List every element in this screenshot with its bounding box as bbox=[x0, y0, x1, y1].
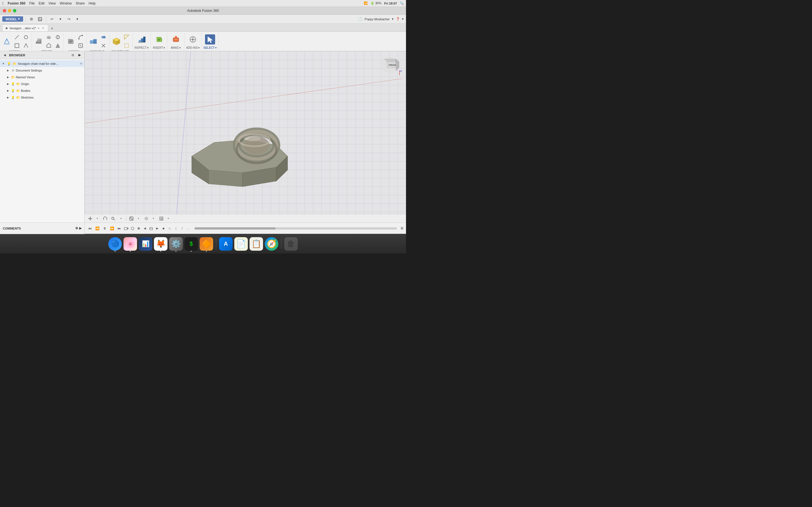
menu-edit[interactable]: Edit bbox=[39, 1, 45, 5]
assemble-tool-1[interactable] bbox=[100, 33, 107, 41]
orbit-button[interactable] bbox=[102, 215, 109, 222]
timeline-first-button[interactable]: ⏮ bbox=[87, 225, 93, 231]
tree-item-sketches[interactable]: ▶ 💡 📁 Sketches bbox=[0, 94, 84, 101]
timeline-settings-button[interactable]: ⚙ bbox=[400, 226, 404, 230]
inspect-label[interactable]: INSPECT ▾ bbox=[135, 46, 149, 49]
visual-style-button[interactable] bbox=[143, 215, 150, 222]
timeline-forward-icon[interactable]: ▶ bbox=[154, 226, 160, 231]
select-button[interactable] bbox=[205, 34, 215, 45]
dock-system-prefs[interactable]: ⚙️ bbox=[169, 237, 183, 251]
grid-dropdown[interactable]: ▾ bbox=[165, 215, 172, 222]
redo-dropdown[interactable]: ▾ bbox=[74, 16, 81, 22]
insert-button[interactable] bbox=[154, 34, 164, 45]
assemble-button[interactable] bbox=[88, 36, 98, 47]
comments-settings-icon[interactable]: ⚙ bbox=[75, 226, 78, 230]
visual-dropdown[interactable]: ▾ bbox=[150, 215, 157, 222]
grid-view-button[interactable]: ⊞ bbox=[28, 16, 35, 22]
timeline-left-step-icon[interactable]: ⟨ bbox=[173, 226, 179, 231]
sketches-arrow[interactable]: ▶ bbox=[6, 95, 10, 100]
tab-document[interactable]: ◉ hexagon ...ideo v1* ● ✕ bbox=[2, 24, 48, 31]
dock-safari[interactable]: 🧭 bbox=[265, 237, 278, 251]
tree-item-bodies[interactable]: ▶ 💡 📁 Bodies bbox=[0, 87, 84, 94]
sketch-button[interactable] bbox=[2, 36, 12, 47]
undo-button[interactable]: ↩ bbox=[49, 16, 56, 22]
dock-app-store[interactable]: A bbox=[219, 237, 233, 251]
apple-logo[interactable]:  bbox=[2, 1, 4, 6]
create-tool-3[interactable] bbox=[54, 33, 62, 41]
create-tool-2[interactable] bbox=[45, 42, 53, 50]
timeline-next-button[interactable]: ⏩ bbox=[109, 225, 115, 231]
timeline-diamond-outline-icon[interactable]: ◇ bbox=[167, 226, 172, 231]
timeline-diamond-icon[interactable]: ◆ bbox=[161, 226, 166, 231]
bodies-arrow[interactable]: ▶ bbox=[6, 89, 10, 93]
inspect-button[interactable] bbox=[137, 34, 147, 45]
viewport[interactable]: FRONT Z ▾ bbox=[85, 51, 406, 223]
help-dropdown-arrow[interactable]: ▾ bbox=[402, 17, 404, 21]
pan-button[interactable] bbox=[87, 215, 94, 222]
create-tool-4[interactable] bbox=[54, 42, 62, 50]
pan-dropdown[interactable]: ▾ bbox=[94, 215, 101, 222]
timeline-record-active-icon[interactable] bbox=[136, 226, 142, 231]
tree-item-origin[interactable]: ▶ 💡 📁 Origin bbox=[0, 80, 84, 87]
sketch-tool-3[interactable] bbox=[22, 33, 30, 41]
dock-terminal[interactable]: $ bbox=[185, 237, 198, 251]
document-visibility-icon[interactable]: 👁 bbox=[79, 62, 83, 66]
new-tab-button[interactable]: + bbox=[49, 25, 55, 31]
timeline-bar[interactable] bbox=[195, 227, 397, 230]
search-icon[interactable]: 🔍 bbox=[400, 1, 404, 5]
browser-settings-button[interactable]: ▶ bbox=[77, 53, 82, 58]
make-label[interactable]: MAKE ▾ bbox=[171, 46, 181, 49]
browser-expand-button[interactable]: ⊡ bbox=[70, 53, 75, 58]
create-tool-1[interactable] bbox=[45, 33, 53, 41]
insert-label[interactable]: INSERT ▾ bbox=[153, 46, 165, 49]
dock-finder[interactable]: 🔵 bbox=[108, 237, 122, 251]
sketch-tool-1[interactable] bbox=[13, 33, 21, 41]
modify-tool-1[interactable] bbox=[77, 33, 85, 41]
sketch-tool-2[interactable] bbox=[13, 42, 21, 50]
select-label[interactable]: SELECT ▾ bbox=[204, 46, 216, 49]
save-button[interactable] bbox=[36, 16, 44, 22]
zoom-dropdown[interactable]: ▾ bbox=[117, 215, 124, 222]
display-mode-button[interactable] bbox=[128, 215, 135, 222]
modify-button[interactable] bbox=[65, 36, 75, 47]
document-root-item[interactable]: ▼ 💡 📁 hexagon chain mail for vide... 👁 bbox=[0, 60, 84, 67]
help-icon[interactable]: ❓ bbox=[396, 17, 400, 21]
tree-item-document-settings[interactable]: ▶ ⚙ Document Settings bbox=[0, 67, 84, 74]
dock-trash[interactable]: 🗑 bbox=[284, 237, 298, 251]
tab-close-button[interactable]: ✕ bbox=[41, 26, 45, 30]
user-name[interactable]: Poppy Mosbacher bbox=[364, 17, 390, 21]
browser-collapse-button[interactable]: ◀ bbox=[2, 53, 7, 58]
menu-view[interactable]: View bbox=[49, 1, 56, 5]
doc-settings-arrow[interactable]: ▶ bbox=[6, 68, 10, 73]
dock-fusion360[interactable]: 🔶 bbox=[200, 237, 213, 251]
timeline-box-icon[interactable] bbox=[148, 226, 154, 231]
menu-share[interactable]: Share bbox=[75, 1, 85, 5]
menu-help[interactable]: Help bbox=[89, 1, 96, 5]
display-dropdown[interactable]: ▾ bbox=[135, 215, 142, 222]
assemble-tool-2[interactable] bbox=[100, 42, 107, 50]
dock-keynote[interactable]: 📊 bbox=[139, 237, 152, 251]
comments-expand-icon[interactable]: ▶ bbox=[79, 226, 82, 230]
timeline-last-button[interactable]: ⏭ bbox=[116, 225, 122, 231]
modify-tool-2[interactable] bbox=[77, 42, 85, 50]
maximize-button[interactable] bbox=[13, 9, 16, 12]
addins-button[interactable] bbox=[188, 34, 198, 45]
origin-arrow[interactable]: ▶ bbox=[6, 82, 10, 86]
timeline-camera-icon[interactable] bbox=[123, 226, 129, 231]
undo-dropdown[interactable]: ▾ bbox=[57, 16, 64, 22]
timeline-overflow-icon[interactable]: … bbox=[186, 226, 191, 231]
timeline-play-button[interactable]: ⏸ bbox=[101, 225, 108, 231]
minimize-button[interactable] bbox=[8, 9, 11, 12]
sketch-tool-4[interactable] bbox=[22, 42, 30, 50]
tree-item-named-views[interactable]: ▶ 📁 Named Views bbox=[0, 74, 84, 80]
construct-tool-2[interactable] bbox=[123, 42, 131, 50]
root-collapse-arrow[interactable]: ▼ bbox=[1, 61, 6, 66]
timeline-back-icon[interactable]: ◀ bbox=[142, 226, 148, 231]
dock-photos[interactable]: 🌸 bbox=[123, 237, 137, 251]
dock-preview[interactable]: 📋 bbox=[250, 237, 263, 251]
named-views-arrow[interactable]: ▶ bbox=[6, 75, 10, 79]
close-button[interactable] bbox=[3, 9, 6, 12]
timeline-record-icon[interactable] bbox=[130, 226, 135, 231]
construct-tool-1[interactable] bbox=[123, 33, 131, 41]
user-dropdown-arrow[interactable]: ▾ bbox=[392, 17, 394, 21]
